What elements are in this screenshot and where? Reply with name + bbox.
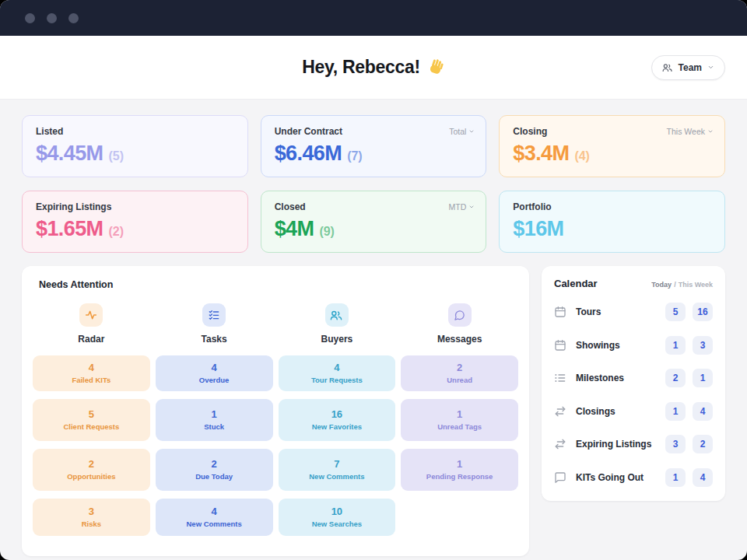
calendar-filters: Today / This Week — [651, 281, 713, 289]
attention-tile-pending-response[interactable]: 1 Pending Response — [401, 449, 518, 491]
today-count-badge[interactable]: 5 — [665, 303, 686, 321]
week-count-badge[interactable]: 4 — [693, 402, 713, 421]
attention-tab-messages[interactable]: Messages — [401, 303, 518, 345]
calendar-filter-this-week[interactable]: This Week — [679, 281, 713, 289]
stat-card-portfolio[interactable]: Portfolio $16M — [499, 191, 725, 253]
app-window: Hey, Rebecca! Team Listed $4.45M (5) — [0, 0, 747, 560]
attention-column-buyers: Buyers 4 Tour Requests 16 New Favorites … — [279, 303, 396, 544]
stat-filter-dropdown[interactable]: Total — [449, 127, 475, 136]
attention-column-name: Messages — [437, 334, 482, 345]
tile-count: 4 — [212, 362, 217, 373]
attention-column-tasks: Tasks 4 Overdue 1 Stuck 2 Due Today — [156, 303, 273, 544]
stat-filter-dropdown[interactable]: This Week — [667, 127, 714, 136]
today-count-badge[interactable]: 3 — [665, 435, 686, 453]
tile-count: 4 — [89, 362, 94, 373]
stat-card-closed[interactable]: Closed MTD $4M (9) — [261, 191, 487, 253]
stat-count: (9) — [319, 225, 335, 239]
stat-label: Portfolio — [513, 201, 711, 212]
attention-tile-overdue[interactable]: 4 Overdue — [156, 355, 273, 391]
attention-tile-due-today[interactable]: 2 Due Today — [156, 449, 273, 491]
stat-card-under-contract[interactable]: Under Contract Total $6.46M (7) — [261, 115, 487, 177]
calendar-title: Calendar — [554, 278, 598, 289]
chevron-down-icon — [707, 64, 714, 71]
team-button-label: Team — [679, 62, 702, 73]
stat-count: (4) — [574, 149, 590, 163]
attention-tab-tasks[interactable]: Tasks — [156, 303, 273, 345]
attention-tile-new-searches[interactable]: 10 New Searches — [279, 499, 396, 536]
attention-column-messages: Messages 2 Unread 1 Unread Tags 1 Pend — [401, 303, 518, 544]
attention-tile-unread-tags[interactable]: 1 Unread Tags — [401, 399, 518, 441]
tile-count: 2 — [212, 458, 217, 470]
calendar-header: Calendar Today / This Week — [554, 278, 713, 289]
week-count-badge[interactable]: 2 — [693, 435, 713, 453]
stat-filter-label: This Week — [667, 127, 705, 136]
tile-label: Pending Response — [426, 472, 493, 481]
tile-label: Overdue — [199, 376, 230, 385]
stat-card-listed[interactable]: Listed $4.45M (5) — [22, 115, 248, 177]
window-dot[interactable] — [68, 13, 79, 23]
outgoing-message-icon — [554, 471, 567, 484]
calendar-filter-today[interactable]: Today — [651, 281, 672, 289]
tile-label: Due Today — [195, 472, 233, 481]
tile-count: 10 — [331, 506, 342, 517]
attention-tile-new-comments[interactable]: 4 New Comments — [156, 499, 273, 536]
window-titlebar — [0, 0, 747, 36]
team-button[interactable]: Team — [651, 55, 725, 80]
attention-column-name: Radar — [78, 334, 104, 345]
stat-filter-dropdown[interactable]: MTD — [449, 202, 475, 212]
calendar-row-showings[interactable]: Showings 1 3 — [554, 329, 713, 362]
window-dot[interactable] — [47, 13, 57, 23]
week-count-badge[interactable]: 16 — [693, 303, 713, 321]
calendar-row-tours[interactable]: Tours 5 16 — [554, 296, 713, 329]
calendar-filter-separator: / — [674, 281, 676, 289]
attention-tile-risks[interactable]: 3 Risks — [33, 499, 150, 536]
tasks-checklist-icon — [202, 303, 226, 327]
tile-label: Unread Tags — [437, 422, 482, 432]
attention-column-name: Buyers — [321, 334, 353, 345]
attention-tile-new-favorites[interactable]: 16 New Favorites — [279, 399, 396, 441]
stat-card-expiring-listings[interactable]: Expiring Listings $1.65M (2) — [22, 191, 248, 253]
stat-filter-label: MTD — [449, 202, 467, 212]
attention-tab-buyers[interactable]: Buyers — [279, 303, 396, 345]
swap-arrows-icon — [554, 438, 567, 450]
swap-arrows-icon — [554, 405, 567, 418]
calendar-row-milestones[interactable]: Milestones 2 1 — [554, 362, 713, 395]
dashboard-content: Listed $4.45M (5) Under Contract Total $… — [0, 100, 747, 560]
attention-column-name: Tasks — [202, 334, 227, 345]
stat-card-closing[interactable]: Closing This Week $3.4M (4) — [499, 115, 725, 177]
stat-label: Closed — [275, 201, 473, 212]
today-count-badge[interactable]: 1 — [665, 468, 686, 487]
attention-tab-radar[interactable]: Radar — [33, 303, 150, 345]
stat-value: $4.45M — [36, 142, 103, 166]
stat-label: Listed — [36, 126, 234, 137]
attention-tile-client-requests[interactable]: 5 Client Requests — [33, 399, 150, 441]
attention-tile-stuck[interactable]: 1 Stuck — [156, 399, 273, 441]
week-count-badge[interactable]: 4 — [693, 468, 713, 487]
attention-tile-failed-kits[interactable]: 4 Failed KITs — [33, 355, 150, 391]
today-count-badge[interactable]: 2 — [665, 369, 686, 387]
attention-tile-opportunities[interactable]: 2 Opportunities — [33, 449, 150, 491]
chevron-down-icon — [468, 204, 475, 210]
today-count-badge[interactable]: 1 — [665, 336, 686, 355]
attention-tile-tour-requests[interactable]: 4 Tour Requests — [279, 355, 396, 391]
calendar-panel: Calendar Today / This Week Tours 5 — [542, 266, 725, 501]
calendar-row-kits-going-out[interactable]: KITs Going Out 1 4 — [554, 461, 713, 495]
stat-label: Under Contract — [275, 126, 473, 137]
window-dot[interactable] — [25, 13, 35, 23]
week-count-badge[interactable]: 1 — [693, 369, 713, 387]
calendar-icon — [554, 306, 567, 318]
week-count-badge[interactable]: 3 — [693, 336, 713, 355]
tile-label: New Favorites — [312, 422, 362, 432]
team-icon — [662, 62, 673, 73]
attention-tile-new-comments[interactable]: 7 New Comments — [279, 449, 396, 491]
tile-count: 2 — [457, 362, 462, 373]
tile-label: Failed KITs — [72, 376, 110, 385]
calendar-rows: Tours 5 16 Showings 1 3 — [554, 296, 713, 494]
calendar-row-closings[interactable]: Closings 1 4 — [554, 395, 713, 429]
calendar-row-expiring-listings[interactable]: Expiring Listings 3 2 — [554, 428, 713, 461]
messages-chat-icon — [448, 303, 472, 327]
attention-tile-unread[interactable]: 2 Unread — [401, 355, 518, 391]
stat-count: (2) — [108, 225, 124, 239]
page-header: Hey, Rebecca! Team — [0, 36, 747, 100]
today-count-badge[interactable]: 1 — [665, 402, 686, 421]
